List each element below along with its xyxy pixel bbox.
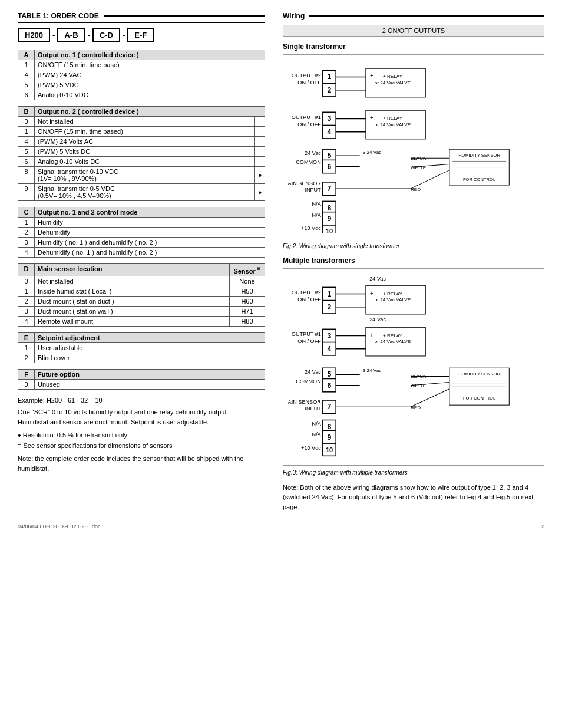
- table-e-header-desc: Setpoint adjustment: [35, 332, 265, 342]
- bullet-resolution: Resolution: 0.5 % for retransmit only: [18, 431, 265, 439]
- main-sensor-label1: MAIN SENSOR: [288, 180, 321, 186]
- common-label-m: COMMON: [296, 378, 321, 384]
- table-row: 3Duct mount ( stat on wall )H71: [18, 306, 265, 316]
- terminal-m8: 8: [328, 423, 332, 431]
- output-label: 2 ON/OFF OUTPUTS: [283, 25, 544, 37]
- table-f-header-desc: Future option: [35, 369, 265, 379]
- table-e: E Setpoint adjustment 1User adjustable 2…: [18, 332, 265, 363]
- relay-plus2: +: [370, 114, 373, 121]
- na-m1: N/A: [312, 421, 322, 427]
- dash-2: -: [88, 31, 90, 39]
- table-row: 4(PWM) 24 Volts AC: [18, 137, 265, 147]
- relay-label1b: or 24 Vac VALVE: [375, 80, 411, 85]
- table-row: 2Dehumidify: [18, 228, 265, 238]
- order-code-display: H200 - A-B - C-D - E-F: [18, 28, 265, 42]
- relay-label1a: + RELAY: [383, 74, 403, 79]
- code-h200: H200: [18, 28, 50, 42]
- code-cd: C-D: [92, 28, 120, 42]
- table-row: 0Not installedNone: [18, 276, 265, 286]
- 24vac-label-m: 24 Vac: [305, 370, 321, 375]
- table-title: TABLE 1: ORDER CODE: [18, 12, 265, 23]
- terminal-6: 6: [328, 163, 332, 171]
- relay-m1a: + RELAY: [383, 291, 403, 297]
- output1-onoff: ON / OFF: [297, 121, 321, 127]
- code-ab: A-B: [57, 28, 85, 42]
- relay-minus2: -: [371, 129, 372, 136]
- 24vac-wire-label: 3 24 Vac: [363, 150, 381, 155]
- relay-m2b: or 24 Vac VALVE: [375, 339, 411, 344]
- terminal-m5: 5: [328, 371, 332, 379]
- terminal-2: 2: [328, 86, 332, 94]
- table-row: 8Signal transmitter 0-10 VDC(1V= 10% , 9…: [18, 167, 265, 184]
- table-b-header-num: B: [18, 107, 35, 117]
- table-b: B Output no. 2 ( controlled device ) 0No…: [18, 106, 265, 201]
- terminal-m3: 3: [328, 332, 332, 340]
- right-column: Wiring 2 ON/OFF OUTPUTS Single transform…: [283, 12, 544, 512]
- left-column: TABLE 1: ORDER CODE H200 - A-B - C-D - E…: [18, 12, 265, 512]
- table-c: C Output no. 1 and 2 control mode 1Humid…: [18, 207, 265, 258]
- humidity-sensor-m: HUMIDITY SENSOR: [458, 372, 500, 377]
- table-row: 5(PWM) 5 VDC: [18, 80, 265, 90]
- table-row: 3Humidify ( no. 1 ) and dehumidify ( no.…: [18, 238, 265, 248]
- multiple-transformer-diagram: 24 Vac 24 Vac OUTPUT #2 ON / OFF OUTPUT …: [283, 268, 544, 465]
- terminal-8: 8: [328, 204, 332, 212]
- output2-label: OUTPUT #2: [292, 73, 321, 78]
- relay-m-minus2: -: [371, 346, 372, 353]
- table-row: 5(PWM) 5 Volts DC: [18, 147, 265, 157]
- terminal-m6: 6: [328, 381, 332, 390]
- table-row: 9Signal transmitter 0-5 VDC(0.5V= 10% ; …: [18, 184, 265, 201]
- relay-m-minus1: -: [371, 304, 372, 311]
- dash-3: -: [123, 31, 125, 39]
- relay-plus1: +: [370, 73, 373, 79]
- single-transformer-diagram: OUTPUT #2 ON / OFF OUTPUT #1 ON / OFF 24…: [283, 54, 544, 239]
- single-transformer-title: Single transformer: [283, 42, 544, 51]
- dash-1: -: [52, 31, 55, 39]
- main-sensor-m1: MAIN SENSOR: [288, 399, 321, 405]
- table-c-header-desc: Output no. 1 and 2 control mode: [35, 207, 265, 218]
- terminal-9: 9: [328, 215, 332, 223]
- table-row: 0Not installed: [18, 117, 265, 127]
- terminal-3: 3: [328, 114, 332, 123]
- plus10vdc-m: +10 Vdc: [301, 445, 321, 451]
- white-label: WHITE: [411, 165, 427, 170]
- terminal-1: 1: [328, 73, 332, 81]
- na-label2: N/A: [312, 212, 322, 218]
- table-d-header-sensor: Sensor ≡: [230, 264, 265, 276]
- table-title-text: TABLE 1: ORDER CODE: [18, 12, 99, 20]
- na-label1: N/A: [312, 201, 322, 207]
- output1-onoff-m: ON / OFF: [297, 338, 321, 344]
- terminal-m2: 2: [328, 303, 332, 311]
- table-row: 6Analog 0-10 Volts DC: [18, 157, 265, 167]
- table-row: 1Humidify: [18, 218, 265, 228]
- relay-m-plus1: +: [370, 290, 373, 297]
- table-row: 4Dehumidify ( no. 1 ) and humidify ( no.…: [18, 248, 265, 258]
- terminal-4: 4: [328, 128, 332, 136]
- single-transformer-svg: OUTPUT #2 ON / OFF OUTPUT #1 ON / OFF 24…: [288, 60, 539, 233]
- relay-minus1: -: [371, 87, 372, 94]
- multiple-transformer-svg: 24 Vac 24 Vac OUTPUT #2 ON / OFF OUTPUT …: [288, 274, 539, 459]
- 24vac-label: 24 Vac: [305, 150, 321, 156]
- 24vac-top2: 24 Vac: [369, 317, 386, 322]
- table-a-header-desc: Output no. 1 ( controlled device ): [35, 50, 265, 60]
- plus10vdc-label: +10 Vdc: [301, 225, 321, 231]
- table-row: 2Duct mount ( stat on duct )H60: [18, 296, 265, 306]
- terminal-m7: 7: [328, 403, 332, 411]
- multiple-transformer-title: Multiple transformers: [283, 256, 544, 265]
- example-line1: Example: H200 - 61 - 32 – 10: [18, 396, 265, 406]
- wiring-title: Wiring: [283, 12, 305, 20]
- relay-label2a: + RELAY: [383, 116, 403, 121]
- table-d: D Main sensor location Sensor ≡ 0Not ins…: [18, 263, 265, 327]
- relay-m-plus2: +: [370, 332, 373, 338]
- footer-page: 2: [541, 523, 544, 529]
- common-label: COMMON: [296, 159, 321, 165]
- output2-onoff: ON / OFF: [297, 80, 321, 85]
- output1-label: OUTPUT #1: [292, 114, 321, 120]
- relay-m2a: + RELAY: [383, 333, 403, 338]
- 24vac-top1: 24 Vac: [369, 276, 386, 282]
- multiple-caption: Fig.3: Wiring diagram with multiple tran…: [283, 469, 544, 476]
- table-b-header-desc: Output no. 2 ( controlled device ): [35, 107, 265, 117]
- table-a: A Output no. 1 ( controlled device ) 1ON…: [18, 50, 265, 100]
- table-row: 1ON/OFF (15 min. time based): [18, 127, 265, 137]
- output2-onoff-m: ON / OFF: [297, 297, 321, 302]
- terminal-m9: 9: [328, 433, 332, 442]
